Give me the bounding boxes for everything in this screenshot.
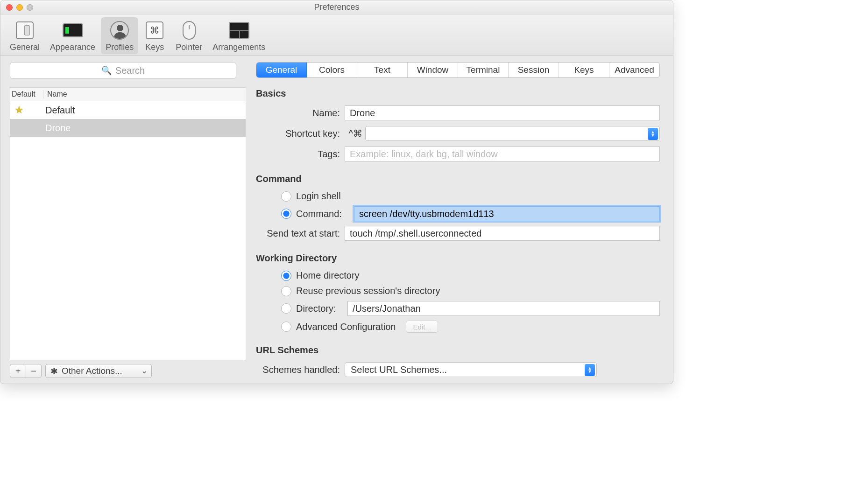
titlebar: Preferences xyxy=(0,0,673,14)
radio-reuse-directory[interactable]: Reuse previous session's directory xyxy=(281,286,660,296)
chevron-updown-icon: ▲▼ xyxy=(648,128,658,140)
toolbar-item-keys[interactable]: ⌘ Keys xyxy=(139,17,170,54)
tab-window[interactable]: Window xyxy=(408,63,458,77)
toolbar-item-appearance[interactable]: Appearance xyxy=(45,17,100,54)
toolbar-label: Appearance xyxy=(50,42,95,52)
tab-keys[interactable]: Keys xyxy=(559,63,609,77)
toolbar-label: General xyxy=(10,42,40,52)
section-basics-title: Basics xyxy=(256,88,660,99)
profile-tabs: General Colors Text Window Terminal Sess… xyxy=(256,62,660,78)
profile-name: Drone xyxy=(45,123,71,133)
profiles-list: ★ Default Drone xyxy=(10,101,246,360)
radio-icon xyxy=(281,322,291,332)
star-icon: ★ xyxy=(14,104,45,116)
gear-icon: ✱ xyxy=(50,366,58,377)
edit-button[interactable]: Edit... xyxy=(406,321,438,333)
other-actions-label: Other Actions... xyxy=(62,366,122,376)
shortcut-prefix: ^⌘ xyxy=(345,128,362,139)
profiles-sidebar: 🔍 Search Default Name ★ Default Drone + xyxy=(0,54,246,384)
advanced-config-label: Advanced Configuration xyxy=(296,322,396,332)
sidebar-footer: + − ✱ Other Actions... xyxy=(10,364,246,378)
search-placeholder: Search xyxy=(115,65,145,76)
section-url-title: URL Schemes xyxy=(256,345,660,356)
window-layout-icon xyxy=(229,22,249,39)
command-input[interactable] xyxy=(354,206,660,221)
toolbar-label: Arrangements xyxy=(212,42,265,52)
send-text-input[interactable] xyxy=(345,226,660,241)
reuse-dir-label: Reuse previous session's directory xyxy=(296,286,440,296)
tags-label: Tags: xyxy=(256,149,345,160)
person-icon xyxy=(110,21,129,40)
preferences-window: Preferences General Appearance Profiles … xyxy=(0,0,673,384)
search-icon: 🔍 xyxy=(101,65,112,76)
radio-directory[interactable]: Directory: xyxy=(281,301,660,316)
name-input[interactable] xyxy=(345,105,660,120)
tab-colors[interactable]: Colors xyxy=(307,63,357,77)
radio-icon xyxy=(281,271,291,281)
command-key-icon: ⌘ xyxy=(146,21,163,39)
tab-general[interactable]: General xyxy=(256,63,307,77)
tab-advanced[interactable]: Advanced xyxy=(609,63,659,77)
radio-home-directory[interactable]: Home directory xyxy=(281,270,660,281)
switch-icon xyxy=(16,21,34,39)
toolbar-label: Keys xyxy=(145,42,164,52)
radio-icon xyxy=(281,303,291,314)
shortcut-dropdown[interactable]: ▲▼ xyxy=(365,126,660,141)
tab-terminal[interactable]: Terminal xyxy=(458,63,509,77)
window-title: Preferences xyxy=(0,2,673,12)
remove-profile-button[interactable]: − xyxy=(26,364,42,378)
mouse-icon xyxy=(183,21,196,40)
other-actions-menu[interactable]: ✱ Other Actions... xyxy=(45,364,152,378)
radio-icon xyxy=(281,209,291,219)
login-shell-label: Login shell xyxy=(296,191,341,202)
schemes-label: Schemes handled: xyxy=(256,364,345,375)
toolbar-item-pointer[interactable]: Pointer xyxy=(171,17,207,54)
send-text-label: Send text at start: xyxy=(256,228,345,239)
directory-input[interactable] xyxy=(347,301,660,316)
profile-row-default[interactable]: ★ Default xyxy=(10,101,246,119)
radio-icon xyxy=(281,191,291,202)
toolbar-item-general[interactable]: General xyxy=(5,17,44,54)
monitor-icon xyxy=(63,23,83,37)
schemes-dropdown[interactable]: Select URL Schemes... ▲▼ xyxy=(345,362,597,377)
name-label: Name: xyxy=(256,108,345,119)
shortcut-label: Shortcut key: xyxy=(256,128,345,139)
toolbar-item-profiles[interactable]: Profiles xyxy=(101,17,138,54)
tab-text[interactable]: Text xyxy=(357,63,408,77)
toolbar-label: Pointer xyxy=(176,42,202,52)
tab-session[interactable]: Session xyxy=(509,63,559,77)
column-default[interactable]: Default xyxy=(10,90,43,98)
search-input[interactable]: 🔍 Search xyxy=(10,62,236,79)
radio-command[interactable]: Command: xyxy=(281,206,660,221)
preferences-toolbar: General Appearance Profiles ⌘ Keys Point… xyxy=(0,14,673,56)
profile-settings-panel: General Colors Text Window Terminal Sess… xyxy=(246,54,673,384)
profiles-list-header: Default Name xyxy=(10,87,246,101)
radio-advanced-config[interactable]: Advanced Configuration Edit... xyxy=(281,321,660,333)
command-label: Command: xyxy=(296,209,349,219)
profile-row-drone[interactable]: Drone xyxy=(10,119,246,137)
column-name[interactable]: Name xyxy=(43,90,67,98)
radio-icon xyxy=(281,286,291,296)
toolbar-label: Profiles xyxy=(106,42,134,52)
profile-name: Default xyxy=(45,105,75,116)
body: 🔍 Search Default Name ★ Default Drone + xyxy=(0,54,673,384)
schemes-value: Select URL Schemes... xyxy=(351,364,447,375)
tags-input[interactable] xyxy=(345,147,660,161)
add-profile-button[interactable]: + xyxy=(10,364,26,378)
chevron-updown-icon: ▲▼ xyxy=(585,364,595,376)
section-workdir-title: Working Directory xyxy=(256,253,660,264)
section-command-title: Command xyxy=(256,174,660,184)
radio-login-shell[interactable]: Login shell xyxy=(281,191,660,202)
toolbar-item-arrangements[interactable]: Arrangements xyxy=(208,17,270,54)
directory-label: Directory: xyxy=(296,303,343,314)
home-dir-label: Home directory xyxy=(296,270,360,281)
